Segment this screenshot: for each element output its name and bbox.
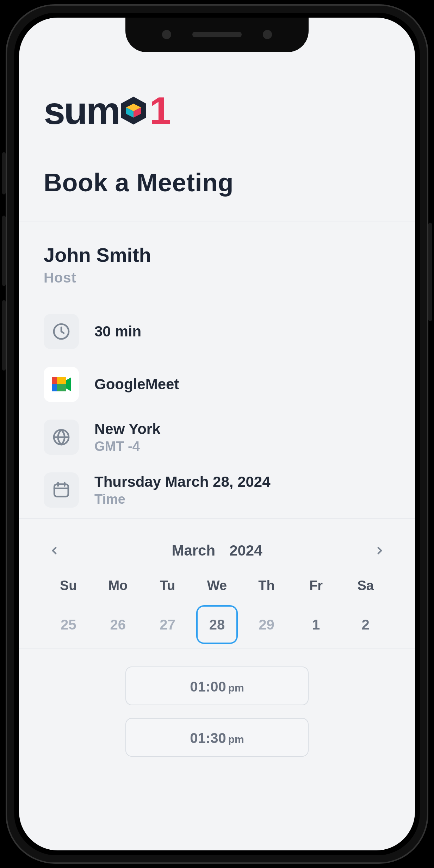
svg-rect-13 (54, 484, 68, 497)
calendar-month: March (172, 542, 215, 559)
host-role: Host (44, 270, 390, 286)
phone-notch (125, 18, 309, 52)
divider (19, 648, 415, 649)
calendar-dow: Fr (291, 578, 341, 593)
time-slot-ampm: pm (228, 682, 244, 694)
time-slot-list: 01:00pm01:30pm (44, 666, 390, 757)
screen: sum 1 Book a Meeting (19, 18, 415, 850)
timezone-city: New York (94, 421, 161, 438)
svg-marker-11 (66, 377, 71, 391)
brand-logo: sum 1 (44, 88, 390, 133)
timezone-offset: GMT -4 (94, 439, 161, 454)
google-meet-icon (44, 367, 79, 402)
calendar-dow: We (192, 578, 242, 593)
page-title: Book a Meeting (44, 168, 390, 197)
calendar-icon (44, 472, 79, 508)
host-block: John Smith Host (44, 243, 390, 286)
phone-volume-down (2, 300, 6, 371)
phone-frame: sum 1 Book a Meeting (6, 4, 428, 864)
calendar-dow: Th (242, 578, 291, 593)
divider (19, 518, 415, 519)
calendar-dow: Sa (341, 578, 390, 593)
host-name: John Smith (44, 243, 390, 266)
brand-suffix: 1 (149, 88, 171, 133)
date-label: Thursday March 28, 2024 (94, 473, 271, 490)
platform-label: GoogleMeet (94, 376, 179, 393)
calendar-dow: Mo (93, 578, 143, 593)
platform-row: GoogleMeet (44, 367, 390, 402)
duration-row: 30 min (44, 314, 390, 349)
brand-hex-icon (118, 95, 149, 126)
phone-volume-up (2, 216, 6, 286)
phone-mute-switch (2, 152, 6, 194)
divider (19, 222, 415, 222)
calendar-day[interactable]: 2 (341, 605, 390, 644)
svg-rect-7 (52, 377, 57, 384)
clock-icon (44, 314, 79, 349)
svg-rect-9 (57, 377, 66, 384)
calendar-grid: SuMoTuWeThFrSa252627282912 (44, 578, 390, 644)
calendar-prev-button[interactable] (44, 540, 65, 561)
time-slot-ampm: pm (228, 733, 244, 745)
calendar-day[interactable]: 28 (196, 605, 238, 644)
calendar-header: March 2024 (44, 540, 390, 561)
date-sublabel: Time (94, 492, 271, 507)
time-slot-time: 01:00 (190, 667, 226, 706)
timezone-row[interactable]: New York GMT -4 (44, 420, 390, 455)
svg-rect-8 (52, 384, 57, 391)
duration-label: 30 min (94, 323, 141, 340)
calendar-day[interactable]: 29 (242, 605, 291, 644)
time-slot[interactable]: 01:30pm (125, 718, 309, 757)
calendar-day[interactable]: 26 (93, 605, 143, 644)
brand-text: sum (44, 88, 119, 133)
time-slot-time: 01:30 (190, 719, 226, 757)
phone-power-button (428, 223, 432, 321)
time-slot[interactable]: 01:00pm (125, 666, 309, 705)
calendar-day[interactable]: 25 (44, 605, 93, 644)
date-row: Thursday March 28, 2024 Time (44, 472, 390, 508)
svg-rect-10 (57, 384, 66, 391)
calendar-dow: Su (44, 578, 93, 593)
calendar-next-button[interactable] (369, 540, 390, 561)
calendar-day[interactable]: 1 (291, 605, 341, 644)
calendar-day[interactable]: 27 (143, 605, 192, 644)
calendar-dow: Tu (143, 578, 192, 593)
globe-icon (44, 420, 79, 455)
calendar-year: 2024 (229, 542, 262, 559)
